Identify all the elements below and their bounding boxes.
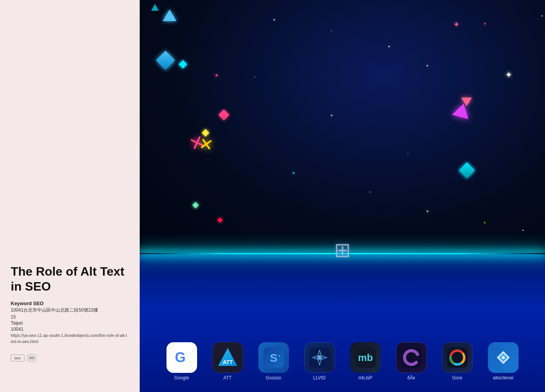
postal-value: 10041 — [11, 327, 129, 332]
link-icon[interactable] — [28, 354, 36, 361]
app-label-gossso: Gossso — [266, 375, 281, 381]
app-item-google[interactable]: G Google — [159, 342, 205, 381]
center-symbol: ⊞ — [334, 240, 351, 260]
keyword-label: Keyword SEO — [11, 301, 129, 306]
address-value: 10041台北市中山區中山北路二段50號22樓 — [11, 307, 129, 314]
app-icon-mblsp[interactable]: mb — [350, 342, 381, 373]
star-red-2 — [369, 191, 370, 193]
app-item-altec[interactable]: altecIlenei — [480, 342, 526, 381]
gem-red-1 — [217, 217, 223, 223]
gem-cyan-1 — [179, 60, 188, 69]
svg-text:+: + — [277, 353, 281, 359]
star-2 — [331, 31, 332, 31]
svg-text:ATT: ATT — [222, 359, 233, 365]
app-label-gore1: δÃĸ — [407, 375, 415, 381]
gem-diamond-cyan — [156, 51, 175, 70]
gem-pink-1 — [219, 109, 229, 120]
app-item-att[interactable]: ATT ATT — [205, 342, 251, 381]
gem-triangle-cyan — [151, 4, 159, 11]
star-10 — [331, 115, 332, 116]
app-label-google: Google — [174, 375, 189, 381]
app-icon-gore2[interactable] — [442, 342, 473, 373]
app-item-gore2[interactable]: Gore — [434, 342, 480, 381]
app-label-gore2: Gore — [452, 375, 462, 381]
floor-value: 15 — [11, 314, 129, 320]
star-yellow-1 — [484, 222, 485, 223]
star-red-1 — [484, 23, 486, 24]
app-icon-gore1[interactable] — [396, 342, 427, 373]
svg-text:S: S — [269, 351, 277, 364]
star-5 — [427, 65, 428, 66]
star-11 — [408, 153, 408, 154]
tag-row: seo — [11, 354, 129, 361]
app-label-llvid: LLVID — [313, 375, 325, 381]
star-1 — [274, 19, 275, 20]
left-panel: The Role of Alt Text in SEO Keyword SEO … — [0, 0, 140, 392]
svg-point-27 — [502, 356, 505, 359]
star-6 — [542, 15, 543, 16]
svg-text:mb: mb — [358, 352, 373, 363]
star-asterisk-1: ✦ — [454, 21, 459, 28]
app-icon-google[interactable]: G — [166, 342, 197, 373]
star-4 — [255, 77, 255, 77]
app-item-llvid[interactable]: LLVID — [297, 342, 343, 381]
star-field: ✕ ✕ ✦ ✦ ✦ ✦ — [140, 0, 545, 253]
app-item-mblsp[interactable]: mb mb,lsP — [343, 342, 388, 381]
star-green-2 — [427, 211, 428, 212]
meta-block: Keyword SEO 10041台北市中山區中山北路二段50號22樓 15 T… — [11, 301, 129, 345]
app-icons-row: G Google ATT A — [140, 342, 545, 381]
right-panel: ✕ ✕ ✦ ✦ ✦ ✦ — [140, 0, 545, 392]
article-title: The Role of Alt Text in SEO — [11, 264, 129, 294]
app-label-mblsp: mb,lsP — [358, 375, 372, 381]
gem-green-1 — [193, 202, 199, 209]
star-asterisk-2: ✦ — [505, 71, 512, 79]
star-3 — [388, 46, 390, 47]
gem-diamond-cyan-r — [459, 162, 475, 178]
app-icon-gossso[interactable]: S + — [258, 342, 289, 373]
gem-triangle-blue — [163, 10, 176, 21]
url-value[interactable]: https://ya-seo-11.ap-south-1.linodeobjec… — [11, 333, 129, 345]
city-value: Taipei — [11, 320, 129, 326]
app-item-gore1[interactable]: δÃĸ — [388, 342, 434, 381]
app-label-att: ATT — [224, 375, 232, 381]
star-12 — [522, 230, 524, 231]
star-asterisk-4: ✦ — [214, 73, 219, 78]
seo-tag[interactable]: seo — [11, 354, 24, 361]
app-icon-llvid[interactable] — [304, 342, 335, 373]
app-label-altec: altecIlenei — [493, 375, 513, 381]
svg-text:G: G — [175, 350, 186, 365]
app-item-gossso[interactable]: S + Gossso — [251, 342, 297, 381]
star-cyan-1 — [293, 172, 294, 174]
app-icon-att[interactable]: ATT — [212, 342, 243, 373]
gem-triangle-pink — [461, 98, 472, 106]
app-icon-altec[interactable] — [488, 342, 519, 373]
cross-shape-2: ✕ — [197, 135, 214, 154]
